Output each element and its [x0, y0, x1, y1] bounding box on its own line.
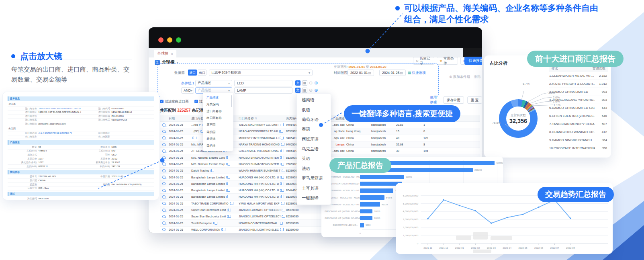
ranking-row[interactable]: 8.GUANGZHOU WANBAO GR...412 [549, 128, 608, 136]
copy-icon[interactable] [282, 209, 284, 211]
bar-row[interactable]: HAIR TRIMMER - MODEL NO - HT20... 99000 [325, 173, 501, 180]
language-menu-item[interactable]: 罗马尼亚语 [297, 174, 331, 183]
copy-icon[interactable] [281, 143, 283, 146]
magnifier-icon[interactable] [162, 156, 166, 159]
language-menu-item[interactable]: 土耳其语 [297, 183, 331, 193]
tab-global-search[interactable]: 全球搜 × [154, 50, 176, 57]
field-menu-item[interactable]: 目的国 [203, 129, 233, 135]
copy-icon[interactable] [280, 124, 282, 126]
magnifier-icon[interactable] [162, 169, 166, 172]
add-condition-icon[interactable]: ⊕ [314, 88, 318, 93]
copy-icon[interactable] [221, 228, 223, 231]
magnifier-icon[interactable] [162, 162, 166, 166]
import-toggle[interactable]: 进口 [188, 70, 197, 76]
date-from-input[interactable]: 2022-01-01▤ [348, 70, 374, 76]
copy-icon[interactable] [192, 137, 194, 139]
magnifier-icon[interactable] [162, 176, 166, 179]
date-to-input[interactable]: 2024-01-25▤ [379, 70, 406, 76]
copy-icon[interactable] [279, 130, 281, 133]
field-select-1[interactable]: 产品描述▾ [195, 80, 232, 86]
copy-icon[interactable] [70, 132, 72, 134]
magnifier-icon[interactable] [162, 215, 166, 218]
export-toggle[interactable]: 出口 [198, 70, 206, 76]
keyword-input-2[interactable]: LAMP [234, 87, 292, 94]
favorite-conditions-button[interactable]: ★常用条件 [437, 57, 458, 65]
ranking-row[interactable]: 10.PROSPACE INTERNATIONA...358 [549, 144, 608, 152]
copy-icon[interactable] [280, 189, 282, 192]
minimize-window-icon[interactable] [167, 37, 172, 43]
copy-icon[interactable] [280, 163, 282, 165]
batch-icon[interactable]: ▦ [302, 88, 307, 93]
magnifier-icon[interactable] [162, 228, 166, 231]
close-window-icon[interactable] [158, 37, 164, 43]
quick-options-link[interactable]: ▦ 快捷选项 [408, 71, 425, 76]
field-menu-item[interactable]: 原产国 [203, 122, 233, 129]
copy-icon[interactable] [279, 222, 281, 224]
ranking-row[interactable]: 1.CLEARWATER METAL VN ...2,182 [549, 72, 608, 80]
tutorial-link[interactable]: 使用教程 [430, 95, 440, 105]
copy-icon[interactable] [280, 196, 282, 198]
sort-icon[interactable]: ⇅ [255, 117, 257, 120]
copy-icon[interactable] [227, 209, 229, 211]
copy-icon[interactable] [230, 202, 232, 205]
ranking-row[interactable]: 9.DAMCO NINGBO BRANCH364 [549, 136, 608, 144]
filter-blank-importer-checkbox[interactable]: ✓过滤空白进口商 [160, 99, 189, 104]
copy-icon[interactable] [280, 150, 282, 152]
quick-search-button[interactable]: 快速搜索 [464, 57, 482, 65]
copy-icon[interactable] [226, 176, 228, 178]
copy-icon[interactable] [280, 176, 282, 178]
copy-icon[interactable] [281, 202, 283, 205]
magnifier-icon[interactable] [162, 123, 166, 127]
language-menu-item[interactable]: 俄语 [297, 105, 331, 115]
maximize-window-icon[interactable] [176, 37, 181, 43]
save-favorite-button[interactable]: 保存常用 [443, 96, 464, 104]
copy-icon[interactable] [226, 189, 228, 192]
translate-icon[interactable]: 文 [295, 88, 301, 93]
copy-icon[interactable] [280, 137, 282, 139]
remove-condition-icon[interactable]: ⊖ [309, 80, 313, 86]
copy-icon[interactable] [226, 182, 228, 185]
scrollbar[interactable] [231, 95, 232, 107]
copy-icon[interactable] [280, 182, 282, 185]
delete-group-button[interactable]: 删除 [474, 75, 481, 79]
batch-icon[interactable]: ▦ [302, 80, 307, 86]
language-menu-item[interactable]: 越南语 [297, 95, 331, 105]
language-menu-item[interactable]: 法语 [297, 164, 331, 174]
add-group-button[interactable]: ⊕ 添加条件组 [449, 75, 470, 79]
close-tab-icon[interactable]: × [171, 52, 173, 56]
field-menu-item[interactable]: 进口商名称 [203, 108, 233, 115]
field-menu-item[interactable]: 起运港 [203, 135, 233, 142]
copy-icon[interactable] [200, 130, 202, 133]
language-menu-item[interactable]: 一键翻译 [297, 193, 331, 203]
add-condition-icon[interactable]: ⊕ [314, 80, 318, 86]
magnifier-icon[interactable] [162, 189, 166, 192]
language-menu-item[interactable]: 西班牙语 [297, 135, 331, 144]
magnifier-icon[interactable] [162, 209, 166, 212]
reset-button[interactable]: 重 置 [467, 96, 482, 104]
magnifier-icon[interactable] [162, 202, 166, 205]
copy-icon[interactable] [282, 170, 284, 172]
datasource-select[interactable]: 已选中102个数据源▾ [209, 70, 313, 76]
field-menu-item[interactable]: 海关编码 [203, 101, 233, 108]
copy-icon[interactable] [211, 170, 213, 172]
copy-icon[interactable] [280, 156, 282, 159]
ranking-row[interactable]: 7.TANGSHAN MONOPY CERA...507 [549, 120, 608, 128]
ranking-row[interactable]: 6.CHIEN LUEN IND (ZHONGS...546 [549, 112, 608, 120]
field-menu-item[interactable]: 目的港 [203, 142, 233, 149]
column-header[interactable]: 出口商名称⇅ [238, 117, 285, 121]
language-menu-item[interactable]: 英语 [297, 154, 331, 164]
magnifier-icon[interactable] [162, 136, 166, 139]
column-header[interactable]: 日期 [168, 117, 190, 121]
copy-icon[interactable] [280, 228, 282, 231]
copy-icon[interactable] [282, 215, 284, 218]
logic-select[interactable]: AND▾ [181, 87, 194, 94]
ranking-row[interactable]: 2.H.U.B. FREIGHT & LOGISTI...1,012 [549, 80, 608, 88]
magnifier-icon[interactable] [162, 130, 166, 133]
language-menu-item[interactable]: 乌克兰语 [297, 144, 331, 154]
remove-condition-icon[interactable]: ⊖ [309, 88, 313, 93]
magnifier-icon[interactable] [162, 149, 166, 153]
magnifier-icon[interactable] [162, 221, 166, 225]
magnifier-icon[interactable] [162, 143, 166, 146]
copy-icon[interactable] [226, 163, 228, 165]
language-menu-item[interactable]: 泰语 [297, 125, 331, 134]
